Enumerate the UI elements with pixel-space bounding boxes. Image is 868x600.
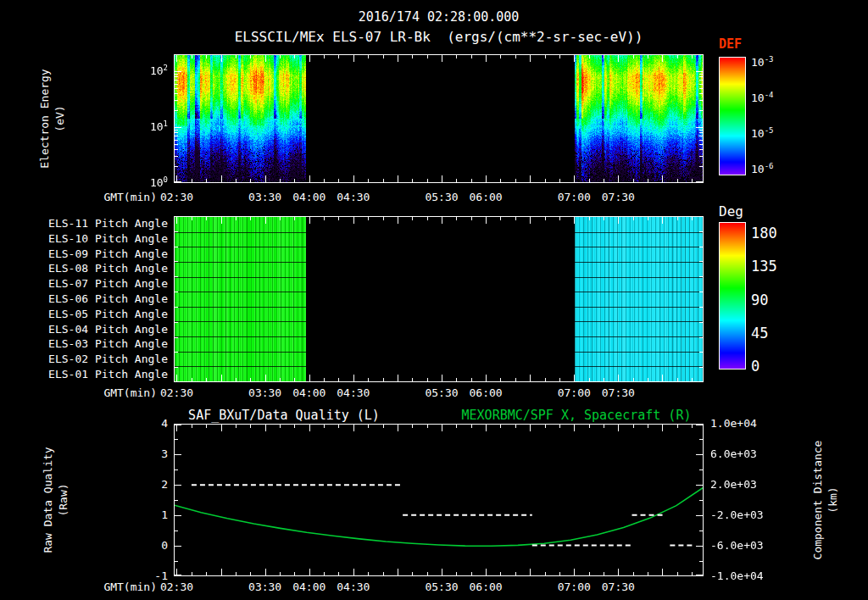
x-axis-tick	[265, 217, 266, 224]
x-tick-label: 05:30	[425, 386, 458, 399]
x-axis-tick	[633, 55, 634, 58]
x-tick-label: 04:30	[337, 191, 370, 203]
pitch-angle-canvas	[175, 217, 703, 381]
x-axis-tick	[456, 378, 457, 381]
x-axis-tick	[192, 217, 192, 220]
x-axis-tick	[692, 179, 693, 182]
y-axis-tick	[699, 337, 703, 338]
x-axis-tick	[662, 217, 663, 224]
colorbar-tick-label: 10-3	[751, 55, 774, 69]
x-axis-tick	[338, 179, 339, 182]
x-axis-tick	[206, 179, 207, 182]
x-axis-tick	[633, 572, 634, 575]
x-axis-tick	[236, 55, 236, 58]
x-axis-tick	[486, 569, 487, 575]
x-axis-tick	[500, 55, 501, 58]
x-axis-tick	[383, 179, 384, 182]
x-axis-tick	[176, 375, 177, 381]
x-axis-tick	[545, 55, 546, 58]
x-axis-tick	[604, 378, 604, 381]
y-axis-tick	[699, 439, 703, 440]
left-tick-label: 0	[134, 539, 168, 552]
x-axis-tick	[368, 179, 369, 182]
x-axis-tick	[353, 375, 354, 381]
x-axis-tick	[677, 378, 678, 381]
x-axis-tick	[427, 378, 428, 381]
y-axis-tick	[175, 337, 178, 338]
y-axis-tick	[175, 367, 178, 368]
x-tick-label: 04:00	[292, 386, 326, 399]
y-axis-tick	[699, 156, 703, 157]
y-axis-tick	[699, 561, 703, 562]
x-axis-tick	[633, 179, 634, 182]
left-ylabel-line2: (Raw)	[56, 447, 71, 553]
x-tick-label: 07:30	[602, 386, 635, 399]
y-axis-tick	[175, 110, 178, 111]
x-axis-tick	[618, 55, 619, 62]
x-axis-tick	[648, 425, 648, 428]
x-axis-tick	[294, 55, 295, 58]
x-axis-tick	[515, 179, 516, 182]
pitch-row-label: ELS-06 Pitch Angle	[34, 292, 168, 305]
y-axis-tick	[699, 469, 703, 470]
bottom-right-series-title: MEXORBMC/SPF X, Spacecraft (R)	[449, 408, 704, 423]
y-axis-tick	[699, 292, 703, 292]
x-axis-tick	[338, 425, 339, 428]
x-axis-tick	[559, 572, 560, 575]
x-axis-tick	[427, 179, 428, 182]
x-axis-tick	[427, 425, 428, 428]
right-ylabel-line1: Component Distance	[810, 441, 826, 560]
y-axis-tick	[175, 515, 181, 516]
x-axis-tick	[338, 572, 339, 575]
deg-colorbar-canvas	[720, 223, 745, 369]
x-axis-tick	[486, 175, 487, 182]
x-tick-label: 04:00	[292, 581, 326, 593]
x-axis-tick	[692, 217, 693, 220]
x-axis-tick	[368, 378, 369, 381]
gmt-axis-label: GMT(min)	[75, 581, 157, 593]
x-axis-tick	[338, 55, 339, 58]
right-ylabel-line2: (km)	[826, 441, 841, 560]
timestamp-title: 2016/174 02:28:00.000	[174, 9, 704, 25]
x-axis-tick	[545, 378, 546, 381]
colorbar-deg-title: Deg	[719, 203, 743, 219]
x-axis-tick	[412, 572, 413, 575]
x-axis-tick	[324, 378, 325, 381]
time-axis-bottom: GMT(min) 02:3003:3004:0004:3005:3006:000…	[0, 581, 868, 596]
x-axis-tick	[574, 375, 575, 381]
def-colorbar	[719, 57, 746, 175]
y-axis-tick	[175, 439, 178, 440]
x-axis-tick	[545, 572, 546, 575]
time-axis-middle: GMT(min) 02:3003:3004:0004:3005:3006:000…	[0, 386, 868, 402]
top-ylabel-line2: (eV)	[53, 69, 68, 168]
x-axis-tick	[471, 55, 472, 58]
x-axis-tick	[353, 175, 354, 182]
x-axis-tick	[442, 425, 442, 431]
x-axis-tick	[648, 217, 648, 220]
colorbar-tick-label: 90	[751, 292, 768, 308]
x-axis-tick	[221, 175, 222, 182]
y-axis-tick	[175, 231, 178, 232]
x-axis-tick	[677, 572, 678, 575]
x-axis-tick	[398, 55, 398, 62]
y-axis-tick	[175, 500, 178, 501]
x-axis-tick	[618, 425, 619, 431]
y-axis-tick	[175, 261, 178, 262]
x-axis-tick	[309, 217, 310, 224]
x-axis-tick	[559, 217, 560, 220]
x-axis-tick	[324, 217, 325, 220]
pitch-row-label: ELS-09 Pitch Angle	[34, 247, 168, 260]
x-tick-label: 07:00	[558, 386, 591, 399]
pitch-angle-panel	[174, 216, 704, 382]
x-axis-tick	[221, 55, 222, 62]
x-axis-tick	[353, 217, 354, 224]
x-axis-tick	[206, 425, 207, 428]
pitch-row-label: ELS-04 Pitch Angle	[34, 323, 168, 336]
y-axis-tick	[175, 546, 181, 547]
x-axis-tick	[280, 217, 281, 220]
y-axis-tick	[699, 307, 703, 308]
y-axis-tick	[175, 136, 178, 136]
y-axis-tick	[699, 500, 703, 501]
x-tick-label: 03:30	[248, 386, 281, 399]
x-axis-tick	[412, 179, 413, 182]
